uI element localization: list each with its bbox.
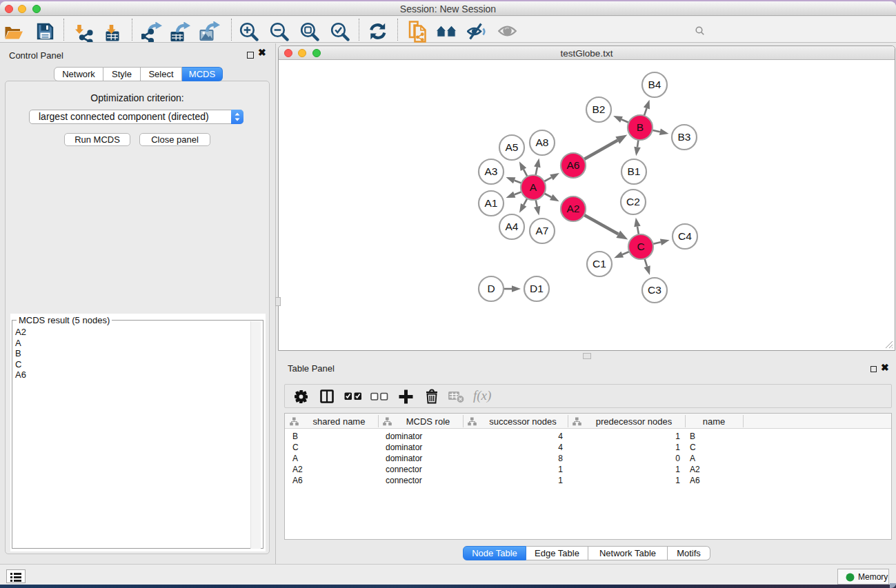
svg-text:A: A (530, 181, 537, 193)
svg-text:A6: A6 (567, 159, 580, 171)
svg-text:A4: A4 (506, 221, 519, 232)
svg-text:C1: C1 (593, 258, 606, 270)
svg-text:B2: B2 (593, 103, 606, 115)
svg-text:B1: B1 (628, 165, 641, 177)
svg-text:C: C (637, 241, 644, 252)
svg-text:C3: C3 (648, 284, 661, 296)
svg-text:C2: C2 (626, 196, 640, 207)
svg-text:C4: C4 (678, 230, 692, 242)
svg-text:A3: A3 (485, 165, 498, 177)
svg-text:B3: B3 (678, 131, 691, 143)
svg-text:A1: A1 (485, 197, 498, 209)
svg-text:D1: D1 (530, 283, 544, 294)
svg-text:A7: A7 (536, 225, 549, 236)
svg-text:D: D (487, 283, 495, 294)
svg-text:A8: A8 (536, 136, 549, 148)
svg-text:B: B (637, 121, 644, 133)
svg-text:B4: B4 (648, 79, 661, 90)
svg-text:A2: A2 (567, 203, 580, 214)
svg-text:A5: A5 (506, 141, 519, 153)
